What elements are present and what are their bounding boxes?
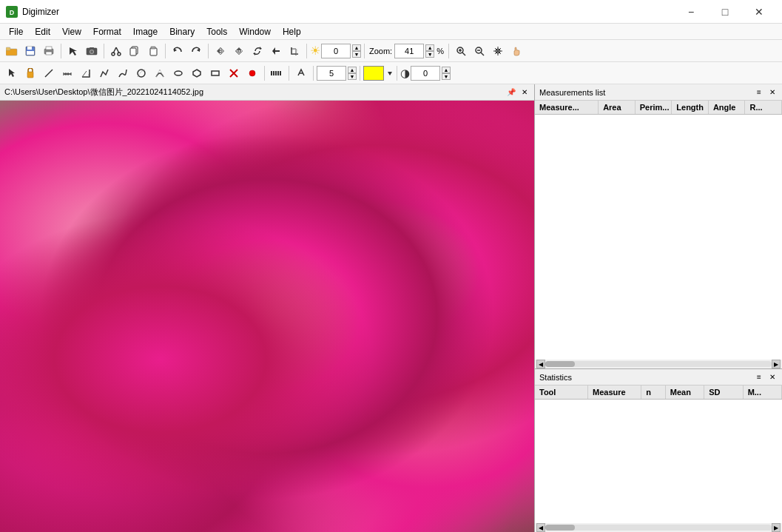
minimize-button[interactable]: − <box>674 0 708 24</box>
contrast-input[interactable]: 0 <box>411 66 440 81</box>
flip-v-button[interactable] <box>230 42 248 60</box>
lw-up[interactable]: ▲ <box>348 67 357 73</box>
title-bar: D Digimizer − □ ✕ <box>0 0 782 24</box>
crop-button[interactable] <box>286 42 303 60</box>
col-perim: Perim... <box>636 101 673 114</box>
menu-window[interactable]: Window <box>233 24 277 39</box>
stats-scroll-left[interactable]: ◀ <box>536 523 545 532</box>
save-button[interactable] <box>21 42 39 60</box>
circle-tool-button[interactable] <box>132 64 150 82</box>
undo-button[interactable] <box>169 42 186 60</box>
svg-marker-59 <box>388 72 392 75</box>
statistics-table-body[interactable] <box>535 400 782 523</box>
svg-rect-8 <box>46 47 52 50</box>
menu-format[interactable]: Format <box>87 24 127 39</box>
contrast-down[interactable]: ▼ <box>442 73 451 80</box>
open-folder-button[interactable] <box>3 42 21 60</box>
svg-rect-28 <box>292 50 297 54</box>
menu-binary[interactable]: Binary <box>164 24 200 39</box>
menu-edit[interactable]: Edit <box>29 24 56 39</box>
statistics-horizontal-scrollbar[interactable]: ◀ ▶ <box>535 523 782 532</box>
zoom-input[interactable]: 41 <box>394 44 424 58</box>
measurements-horizontal-scrollbar[interactable]: ◀ ▶ <box>535 360 782 368</box>
camera-button[interactable] <box>83 42 101 60</box>
statistics-panel: Statistics ≡ ✕ Tool Measure n Mean SD M.… <box>535 369 782 532</box>
zoom-out-button[interactable] <box>471 42 488 60</box>
arrow-button[interactable] <box>64 42 82 60</box>
menu-view[interactable]: View <box>56 24 87 39</box>
brightness-down[interactable]: ▼ <box>352 51 361 58</box>
zoom-unit: % <box>436 47 444 55</box>
svg-text:D: D <box>10 9 15 16</box>
menu-file[interactable]: File <box>3 24 29 39</box>
stats-col-m: M... <box>744 385 782 399</box>
meas-scrollbar-track[interactable] <box>545 361 772 367</box>
zoom-in-button[interactable] <box>452 42 470 60</box>
meas-scroll-left[interactable]: ◀ <box>536 360 545 368</box>
sep3 <box>165 44 166 58</box>
line-width-input[interactable]: 5 <box>317 66 346 81</box>
stats-col-tool: Tool <box>535 385 588 399</box>
paste-button[interactable] <box>144 42 162 60</box>
copy-button[interactable] <box>126 42 144 60</box>
line-button[interactable] <box>40 64 58 82</box>
image-pin-button[interactable]: 📌 <box>506 87 516 98</box>
lock-button[interactable] <box>21 64 39 82</box>
color-swatch[interactable] <box>363 66 384 81</box>
meas-menu-button[interactable]: ≡ <box>754 87 764 98</box>
arc-button[interactable] <box>151 64 169 82</box>
angle-button[interactable] <box>77 64 95 82</box>
color-arrow[interactable] <box>386 70 394 77</box>
measurements-table-body[interactable] <box>535 115 782 360</box>
sep10 <box>313 66 314 81</box>
polyline-button[interactable] <box>95 64 113 82</box>
right-panels: Measurements list ≡ ✕ Measure... Area Pe… <box>535 84 782 532</box>
stats-close-button[interactable]: ✕ <box>767 372 778 383</box>
zoom-up[interactable]: ▲ <box>425 44 434 51</box>
maximize-button[interactable]: □ <box>708 0 742 24</box>
menu-tools[interactable]: Tools <box>200 24 233 39</box>
rotate-button[interactable] <box>249 42 266 60</box>
meas-scrollbar-thumb[interactable] <box>545 361 575 367</box>
stats-scrollbar-thumb[interactable] <box>545 525 575 531</box>
print-button[interactable] <box>40 42 58 60</box>
hand-button[interactable] <box>508 42 525 60</box>
image-titlebar: C:\Users\User\Desktop\微信图片_2022102411405… <box>0 84 534 101</box>
spline-button[interactable] <box>114 64 132 82</box>
menu-help[interactable]: Help <box>277 24 307 39</box>
pointer-button[interactable] <box>3 64 21 82</box>
stats-col-n: n <box>641 385 666 399</box>
zoom-down[interactable]: ▼ <box>425 51 434 58</box>
brightness-up[interactable]: ▲ <box>352 44 361 51</box>
arrow-left-button[interactable] <box>267 42 285 60</box>
meas-scroll-right[interactable]: ▶ <box>772 360 781 368</box>
stats-scrollbar-track[interactable] <box>545 525 772 531</box>
polygon-button[interactable] <box>188 64 206 82</box>
stats-scroll-right[interactable]: ▶ <box>772 523 781 532</box>
zoom-label: Zoom: <box>369 47 392 55</box>
image-close-button[interactable]: ✕ <box>519 87 530 98</box>
rect-button[interactable] <box>206 64 224 82</box>
lw-down[interactable]: ▼ <box>348 73 357 80</box>
ellipse-button[interactable] <box>169 64 187 82</box>
col-area: Area <box>599 101 636 114</box>
svg-rect-13 <box>90 47 94 49</box>
pan-button[interactable] <box>489 42 507 60</box>
stats-menu-button[interactable]: ≡ <box>754 372 764 383</box>
svg-rect-3 <box>6 47 10 50</box>
close-button[interactable]: ✕ <box>742 0 776 24</box>
measure-type-button[interactable] <box>292 64 310 82</box>
meas-close-button[interactable]: ✕ <box>767 87 778 98</box>
ruler-button[interactable] <box>58 64 76 82</box>
brightness-input[interactable]: 0 <box>321 44 351 58</box>
flip-h-button[interactable] <box>212 42 229 60</box>
dot-button[interactable] <box>243 64 261 82</box>
delete-button[interactable] <box>225 64 243 82</box>
redo-button[interactable] <box>187 42 205 60</box>
contrast-up[interactable]: ▲ <box>442 67 451 73</box>
menu-image[interactable]: Image <box>127 24 164 39</box>
brightness-control: 0 ▲ ▼ <box>321 44 361 58</box>
svg-marker-23 <box>197 48 200 52</box>
bars-button[interactable] <box>268 64 286 82</box>
cut-button[interactable] <box>107 42 125 60</box>
